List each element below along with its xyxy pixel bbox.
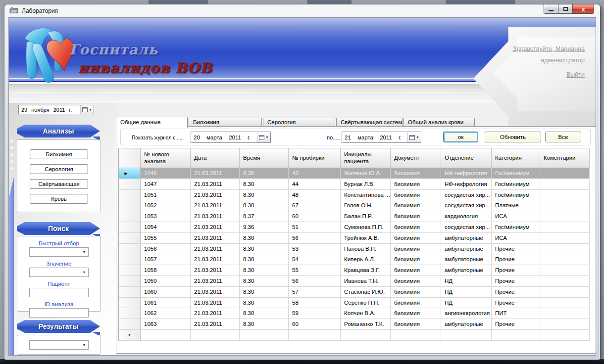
grid-cell[interactable]: 1059 xyxy=(141,276,191,287)
analysis-button[interactable]: Биохимия xyxy=(30,149,88,159)
grid-cell[interactable]: Стасюнас И.Ю. xyxy=(341,287,391,298)
row-selector[interactable] xyxy=(119,190,141,201)
row-selector[interactable] xyxy=(119,276,141,287)
title-bar[interactable]: Лаборатория x xyxy=(4,4,600,17)
grid-cell[interactable]: 60 xyxy=(289,319,341,330)
grid-cell[interactable]: амбулаторные xyxy=(441,254,492,265)
grid-cell[interactable]: ИСА xyxy=(492,211,540,222)
grid-row[interactable]: 105621.03.20118.3053Панова В.П.биохимияа… xyxy=(119,244,588,255)
greeting-user-link[interactable]: Здравствуйте, Марианна xyxy=(513,46,585,52)
grid-cell[interactable]: биохимия xyxy=(391,287,441,298)
grid-cell[interactable]: 21.03.2011 xyxy=(191,190,240,201)
grid-row[interactable]: 105521.03.20118.3056Тройнюк А.В.биохимия… xyxy=(119,233,588,244)
grid-cell[interactable]: 8.30 xyxy=(240,265,289,276)
logout-link[interactable]: Выйти xyxy=(566,71,585,78)
grid-cell[interactable]: 9.36 xyxy=(240,222,289,233)
grid-cell[interactable]: сосудистая хир... xyxy=(441,222,492,233)
search-combobox[interactable]: ▼ xyxy=(29,268,89,277)
column-header[interactable]: № нового анализа xyxy=(141,148,191,168)
grid-cell[interactable]: Прочие xyxy=(492,244,540,255)
grid-cell[interactable]: 1051 xyxy=(141,190,191,201)
grid-cell[interactable]: Балан П.Р. xyxy=(341,211,391,222)
grid-cell[interactable]: 21.03.2011 xyxy=(191,179,240,190)
grid-cell[interactable]: Иванова Т.Н. xyxy=(341,276,391,287)
grid-cell[interactable]: амбулаторные xyxy=(441,244,492,255)
grid-cell[interactable]: Прочие xyxy=(492,265,540,276)
search-text-input[interactable] xyxy=(29,288,89,297)
grid-cell[interactable] xyxy=(492,330,540,341)
grid-new-row[interactable]: * xyxy=(119,330,588,341)
grid-cell[interactable] xyxy=(540,308,590,319)
grid-corner-cell[interactable] xyxy=(119,148,141,168)
grid-cell[interactable]: биохимия xyxy=(391,298,441,309)
grid-cell[interactable]: 1063 xyxy=(141,319,191,330)
grid-cell[interactable]: 1058 xyxy=(141,265,191,276)
row-selector[interactable] xyxy=(119,222,141,233)
grid-cell[interactable]: Панова В.П. xyxy=(341,244,391,255)
grid-cell[interactable]: биохимия xyxy=(391,179,441,190)
grid-cell[interactable]: 1052 xyxy=(141,200,191,211)
row-selector[interactable] xyxy=(119,233,141,244)
grid-cell[interactable] xyxy=(540,265,590,276)
grid-cell[interactable]: Серенко П.Н. xyxy=(341,298,391,309)
column-header[interactable]: Время xyxy=(240,148,289,168)
new-row-selector[interactable]: * xyxy=(119,330,141,341)
grid-cell[interactable]: Прочие xyxy=(492,319,540,330)
grid-cell[interactable]: Гос/минимум xyxy=(492,168,540,179)
column-header[interactable]: Документ xyxy=(391,148,441,168)
date-from-picker[interactable]: 20 марта 2011 г. ▼ xyxy=(191,132,271,143)
grid-cell[interactable]: НФ-нефрология xyxy=(441,168,492,179)
row-selector[interactable] xyxy=(119,200,141,211)
grid-cell[interactable]: 1055 xyxy=(141,233,191,244)
grid-row[interactable]: 106021.03.20118.3057Стасюнас И.Ю.биохими… xyxy=(119,287,588,298)
grid-cell[interactable]: амбулаторные xyxy=(441,319,492,330)
search-input-field[interactable] xyxy=(30,289,88,296)
grid-cell[interactable]: Прочие xyxy=(492,254,540,265)
grid-cell[interactable]: амбулаторные xyxy=(441,265,492,276)
grid-cell[interactable]: 8.30 xyxy=(240,200,289,211)
grid-cell[interactable]: биохимия xyxy=(391,319,441,330)
grid-cell[interactable] xyxy=(540,319,590,330)
grid-cell[interactable]: Голов О.Н. xyxy=(341,200,391,211)
grid-cell[interactable]: 21.03.2011 xyxy=(191,308,240,319)
grid-cell[interactable] xyxy=(240,330,289,341)
grid-row[interactable]: 105421.03.20119.3651Сумонова П.П.биохими… xyxy=(119,222,588,233)
chevron-down-icon[interactable]: ▼ xyxy=(80,250,88,254)
grid-cell[interactable]: 8.30 xyxy=(240,287,289,298)
grid-cell[interactable]: биохимия xyxy=(391,222,441,233)
row-selector[interactable] xyxy=(119,244,141,255)
grid-cell[interactable]: биохимия xyxy=(391,233,441,244)
grid-cell[interactable]: 60 xyxy=(289,211,341,222)
grid-cell[interactable]: Платные xyxy=(492,200,540,211)
grid-cell[interactable]: сосудистая хир... xyxy=(441,200,492,211)
grid-cell[interactable]: 8.30 xyxy=(240,276,289,287)
all-button[interactable]: Все xyxy=(545,132,581,142)
grid-row[interactable]: 105121.03.20118.3048Константинова ...био… xyxy=(119,190,588,201)
column-header[interactable]: Коментарии xyxy=(540,148,590,168)
grid-cell[interactable] xyxy=(540,254,590,265)
grid-cell[interactable]: 1060 xyxy=(141,287,191,298)
column-header[interactable]: № пробирки xyxy=(289,148,341,168)
grid-cell[interactable]: Киперь А.Л. xyxy=(341,254,391,265)
grid-cell[interactable] xyxy=(540,276,590,287)
grid-cell[interactable]: НД xyxy=(441,298,492,309)
grid-cell[interactable]: 58 xyxy=(289,298,341,309)
grid-cell[interactable]: 59 xyxy=(289,308,341,319)
grid-cell[interactable]: 57 xyxy=(289,287,341,298)
grid-cell[interactable]: 21.03.2011 xyxy=(191,233,240,244)
grid-cell[interactable] xyxy=(540,330,590,341)
grid-cell[interactable]: Константинова ... xyxy=(341,190,391,201)
calendar-dropdown-button[interactable]: ▼ xyxy=(80,105,94,114)
grid-cell[interactable]: 48 xyxy=(289,190,341,201)
grid-cell[interactable]: 21.03.2011 xyxy=(191,211,240,222)
journal-date-picker[interactable]: 29 ноября 2011 г. ▼ xyxy=(18,105,94,114)
grid-cell[interactable]: Кравцова З.Г. xyxy=(341,265,391,276)
search-input-field[interactable] xyxy=(30,269,80,276)
grid-cell[interactable] xyxy=(540,168,590,179)
greeting-role-link[interactable]: администратор xyxy=(541,57,585,64)
grid-cell[interactable]: биохимия xyxy=(391,265,441,276)
grid-cell[interactable]: 67 xyxy=(289,200,341,211)
grid-cell[interactable]: 21.03.2011 xyxy=(191,319,240,330)
grid-cell[interactable]: Гос/минимум xyxy=(492,179,540,190)
grid-row[interactable]: 105221.03.20118.3067Голов О.Н.биохимиясо… xyxy=(119,200,588,211)
